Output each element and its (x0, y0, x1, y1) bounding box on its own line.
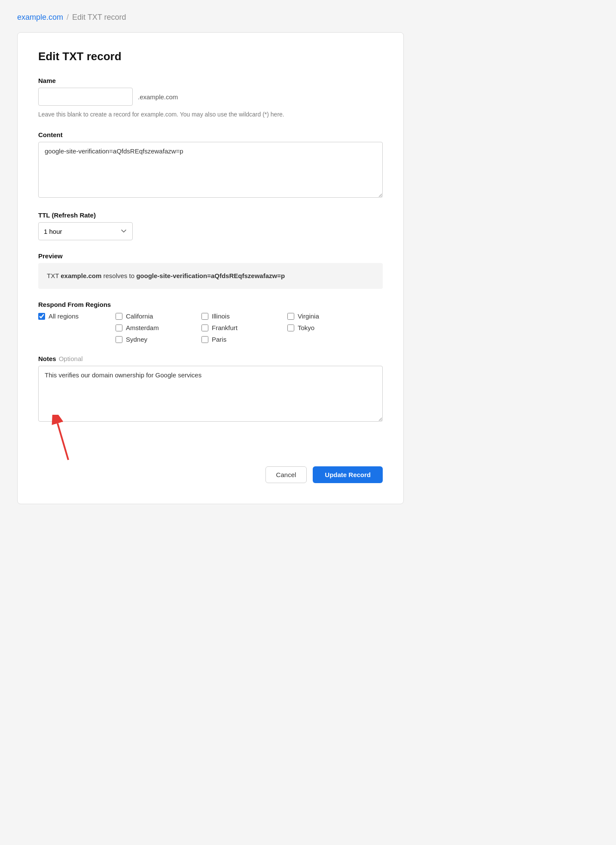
edit-record-card: Edit TXT record Name .example.com Leave … (17, 32, 404, 504)
checkbox-frankfurt: Frankfurt (201, 324, 287, 331)
checkbox-sydney-label: Sydney (126, 336, 147, 343)
cancel-button[interactable]: Cancel (265, 466, 307, 483)
preview-value: google-site-verification=aQfdsREqfszewaf… (136, 272, 285, 279)
content-textarea[interactable]: google-site-verification=aQfdsREqfszewaf… (38, 142, 383, 198)
regions-spacer-3 (287, 336, 373, 343)
checkbox-california: California (116, 312, 201, 320)
notes-label: NotesOptional (38, 355, 383, 362)
page-title: Edit TXT record (38, 50, 383, 63)
preview-middle: resolves to (101, 272, 136, 279)
checkbox-virginia: Virginia (287, 312, 373, 320)
preview-section: Preview TXT example.com resolves to goog… (38, 252, 383, 289)
arrow-annotation (51, 415, 77, 462)
content-field-section: Content google-site-verification=aQfdsRE… (38, 131, 383, 199)
checkbox-tokyo-label: Tokyo (298, 324, 314, 331)
checkbox-paris-label: Paris (212, 336, 226, 343)
preview-label: Preview (38, 252, 383, 260)
checkbox-all-regions-label: All regions (49, 312, 79, 320)
preview-domain: example.com (61, 272, 101, 279)
checkbox-paris: Paris (201, 336, 287, 343)
name-row: .example.com (38, 88, 383, 106)
checkbox-frankfurt-label: Frankfurt (212, 324, 238, 331)
breadcrumb-separator: / (67, 13, 69, 22)
checkbox-paris-input[interactable] (201, 336, 208, 343)
regions-spacer-2 (38, 336, 116, 343)
update-record-button[interactable]: Update Record (313, 466, 383, 483)
regions-section: Respond From Regions All regions Califor… (38, 301, 383, 343)
notes-wrapper: This verifies our domain ownership for G… (38, 366, 383, 423)
notes-textarea[interactable]: This verifies our domain ownership for G… (38, 366, 383, 422)
checkbox-california-input[interactable] (116, 313, 122, 320)
preview-box: TXT example.com resolves to google-site-… (38, 263, 383, 289)
name-label: Name (38, 77, 383, 84)
notes-field-section: NotesOptional This verifies our domain o… (38, 355, 383, 423)
checkbox-amsterdam: Amsterdam (116, 324, 201, 331)
domain-suffix: .example.com (138, 93, 178, 101)
checkbox-illinois-input[interactable] (201, 313, 208, 320)
regions-grid: All regions California Illinois Virginia (38, 312, 383, 343)
checkbox-virginia-label: Virginia (298, 312, 319, 320)
ttl-field-section: TTL (Refresh Rate) Auto 1 hour 2 hours 5… (38, 211, 383, 240)
checkbox-illinois: Illinois (201, 312, 287, 320)
checkbox-tokyo-input[interactable] (287, 325, 294, 331)
regions-label: Respond From Regions (38, 301, 383, 308)
button-row: Cancel Update Record (38, 466, 383, 483)
svg-line-1 (58, 423, 68, 460)
name-hint: Leave this blank to create a record for … (38, 110, 383, 119)
checkbox-amsterdam-input[interactable] (116, 325, 122, 331)
name-input[interactable] (38, 88, 133, 106)
checkbox-amsterdam-label: Amsterdam (126, 324, 159, 331)
checkbox-sydney: Sydney (116, 336, 201, 343)
breadcrumb: example.com / Edit TXT record (17, 13, 599, 22)
content-label: Content (38, 131, 383, 138)
checkbox-illinois-label: Illinois (212, 312, 230, 320)
breadcrumb-current: Edit TXT record (72, 13, 126, 22)
notes-optional-label: Optional (59, 355, 83, 362)
breadcrumb-link[interactable]: example.com (17, 13, 63, 22)
preview-prefix: TXT (47, 272, 61, 279)
ttl-label: TTL (Refresh Rate) (38, 211, 383, 219)
checkbox-sydney-input[interactable] (116, 336, 122, 343)
checkbox-all-regions-input[interactable] (38, 313, 45, 320)
checkbox-virginia-input[interactable] (287, 313, 294, 320)
checkbox-frankfurt-input[interactable] (201, 325, 208, 331)
ttl-select[interactable]: Auto 1 hour 2 hours 5 hours 12 hours 1 d… (38, 222, 133, 240)
regions-spacer-1 (38, 324, 116, 331)
checkbox-tokyo: Tokyo (287, 324, 373, 331)
name-field-section: Name .example.com Leave this blank to cr… (38, 77, 383, 119)
checkbox-all-regions: All regions (38, 312, 116, 320)
checkbox-california-label: California (126, 312, 153, 320)
